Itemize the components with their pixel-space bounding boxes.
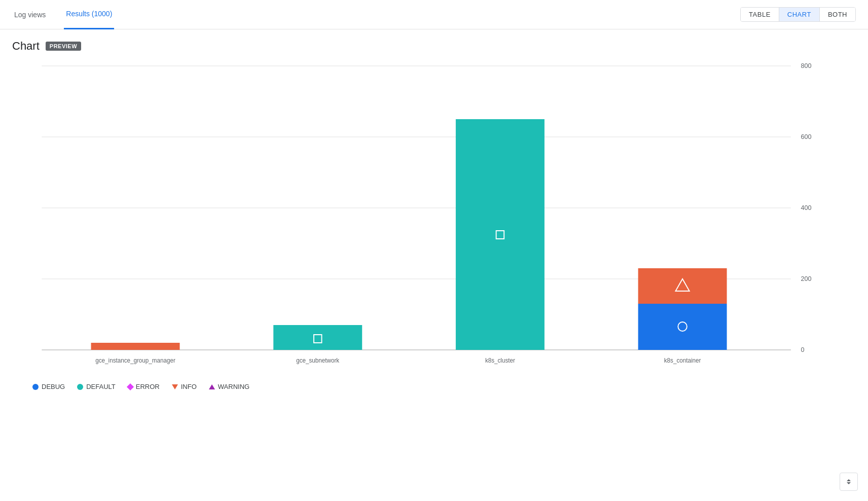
svg-text:400: 400 xyxy=(801,204,811,211)
legend-error-icon xyxy=(127,383,134,390)
legend-default: DEFAULT xyxy=(77,383,116,390)
svg-text:k8s_cluster: k8s_cluster xyxy=(485,357,515,364)
svg-text:gce_instance_group_manager: gce_instance_group_manager xyxy=(95,357,175,364)
bar-k8s-container-info[interactable] xyxy=(638,268,727,304)
legend-default-icon xyxy=(77,384,83,390)
legend-error-label: ERROR xyxy=(136,383,160,390)
bar-gce-subnetwork-default[interactable] xyxy=(273,325,362,350)
nav-log-views[interactable]: Log views xyxy=(12,0,48,29)
bar-k8s-cluster-default[interactable] xyxy=(456,119,545,350)
legend-default-label: DEFAULT xyxy=(86,383,116,390)
svg-text:200: 200 xyxy=(801,275,811,282)
chart-title-row: Chart PREVIEW xyxy=(12,40,856,53)
bar-gce-instance-group-info[interactable] xyxy=(91,343,180,350)
legend-info-label: INFO xyxy=(181,383,197,390)
legend-warning-label: WARNING xyxy=(218,383,249,390)
both-view-button[interactable]: BOTH xyxy=(820,8,855,21)
table-view-button[interactable]: TABLE xyxy=(741,8,779,21)
legend-info: INFO xyxy=(172,383,197,390)
svg-text:800: 800 xyxy=(801,62,811,69)
legend-debug-icon xyxy=(32,384,39,390)
header-nav: Log views Results (1000) TABLE CHART BOT… xyxy=(0,0,868,29)
svg-text:gce_subnetwork: gce_subnetwork xyxy=(296,357,339,364)
nav-results[interactable]: Results (1000) xyxy=(64,0,114,29)
chart-title: Chart xyxy=(12,40,40,53)
legend-debug: DEBUG xyxy=(32,383,65,390)
preview-badge: PREVIEW xyxy=(46,42,81,51)
svg-text:0: 0 xyxy=(801,346,804,353)
legend-warning: WARNING xyxy=(209,383,249,390)
legend-info-icon xyxy=(172,384,178,389)
legend-warning-icon xyxy=(209,384,215,389)
chart-legend: DEBUG DEFAULT ERROR INFO WARNING xyxy=(12,377,825,390)
chart-view-button[interactable]: CHART xyxy=(779,8,820,21)
view-button-group: TABLE CHART BOTH xyxy=(740,7,856,22)
legend-error: ERROR xyxy=(128,383,160,390)
legend-debug-label: DEBUG xyxy=(42,383,65,390)
svg-text:k8s_container: k8s_container xyxy=(664,357,701,364)
bar-k8s-container-debug[interactable] xyxy=(638,304,727,350)
chart-area: 800 600 400 200 0 gce_instance_group_man… xyxy=(12,61,856,406)
svg-text:600: 600 xyxy=(801,133,811,140)
chart-section: Chart PREVIEW 800 600 400 200 0 xyxy=(0,29,868,406)
bar-chart: 800 600 400 200 0 gce_instance_group_man… xyxy=(12,61,825,375)
